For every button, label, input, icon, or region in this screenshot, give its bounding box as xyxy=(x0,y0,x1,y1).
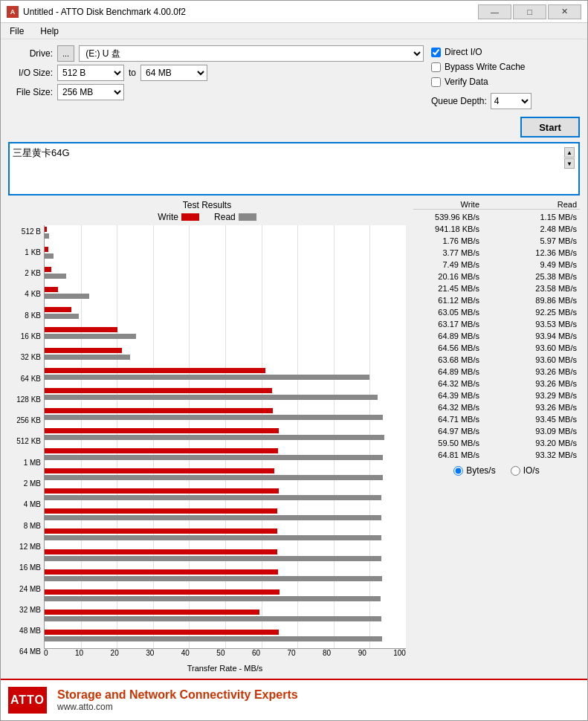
bar-row xyxy=(45,326,406,346)
read-value: 93.45 MB/s xyxy=(514,415,577,424)
bar-row xyxy=(45,487,406,507)
verify-data-checkbox[interactable] xyxy=(431,77,441,87)
drive-select[interactable]: (E:) U 盘 xyxy=(79,45,424,62)
atto-logo: ATTO xyxy=(8,687,47,714)
bypass-write-cache-row: Bypass Write Cache xyxy=(431,62,580,72)
write-bar xyxy=(45,508,277,514)
read-bar xyxy=(45,415,383,420)
title-bar-left: A Untitled - ATTO Disk Benchmark 4.00.0f… xyxy=(7,6,186,18)
close-button[interactable]: ✕ xyxy=(548,4,581,19)
write-legend-color xyxy=(181,213,199,221)
bar-row xyxy=(45,548,406,568)
queue-depth-select[interactable]: 4 xyxy=(491,93,532,109)
table-row: 941.18 KB/s2.48 MB/s xyxy=(413,223,580,235)
write-bar xyxy=(45,408,273,413)
read-bar xyxy=(45,334,136,339)
io-per-second-label[interactable]: IO/s xyxy=(511,465,540,476)
chart-legend: Write Read xyxy=(8,212,406,222)
read-value: 93.53 MB/s xyxy=(514,320,577,329)
file-size-select[interactable]: 256 MB xyxy=(57,84,124,100)
window-controls: — □ ✕ xyxy=(478,4,581,19)
y-axis-labels: 512 B1 KB2 KB4 KB8 KB16 KB32 KB64 KB128 … xyxy=(8,225,44,673)
table-row: 64.89 MB/s93.26 MB/s xyxy=(413,366,580,378)
x-axis-label: 50 xyxy=(216,649,224,657)
menu-help[interactable]: Help xyxy=(36,25,63,38)
direct-io-row: Direct I/O xyxy=(431,47,580,57)
write-bar xyxy=(45,348,122,353)
x-axis-label: 90 xyxy=(358,649,366,657)
bypass-write-cache-checkbox[interactable] xyxy=(431,62,441,72)
write-value: 64.97 MB/s xyxy=(416,427,479,436)
footer-url: www.atto.com xyxy=(57,702,298,712)
chart-title: Test Results xyxy=(8,200,406,210)
drive-browse-button[interactable]: ... xyxy=(57,45,74,62)
write-bar xyxy=(45,610,259,615)
io-size-to-select[interactable]: 64 MB xyxy=(140,65,207,81)
read-value: 93.26 MB/s xyxy=(514,379,577,388)
y-axis-label: 12 MB xyxy=(8,540,44,552)
write-value: 61.12 MB/s xyxy=(416,296,479,305)
bytes-per-second-label[interactable]: Bytes/s xyxy=(453,465,495,476)
table-row: 64.89 MB/s93.94 MB/s xyxy=(413,330,580,342)
write-bar xyxy=(45,307,71,312)
bar-row xyxy=(45,447,406,467)
io-per-second-text: IO/s xyxy=(523,465,540,476)
read-bar xyxy=(45,355,130,360)
bar-row xyxy=(45,467,406,487)
direct-io-checkbox[interactable] xyxy=(431,48,441,57)
notes-area[interactable]: 三星黄卡64G ▲ ▼ xyxy=(8,142,580,195)
bar-row xyxy=(45,366,406,387)
io-size-label: I/O Size: xyxy=(8,68,53,78)
bypass-write-cache-label[interactable]: Bypass Write Cache xyxy=(445,62,526,72)
table-row: 59.50 MB/s93.20 MB/s xyxy=(413,437,580,449)
read-legend-label: Read xyxy=(214,212,236,222)
bar-row xyxy=(45,245,406,265)
chart-section: Test Results Write Read 512 B1 KB2 KB4 K… xyxy=(8,200,580,673)
file-size-row: File Size: 256 MB xyxy=(8,84,424,100)
drive-row: Drive: ... (E:) U 盘 xyxy=(8,45,424,62)
notes-text: 三星黄卡64G xyxy=(13,146,563,160)
direct-io-label[interactable]: Direct I/O xyxy=(445,47,482,57)
write-bar xyxy=(45,327,117,332)
title-bar: A Untitled - ATTO Disk Benchmark 4.00.0f… xyxy=(1,1,587,23)
x-axis-label: 100 xyxy=(393,649,406,657)
queue-depth-label: Queue Depth: xyxy=(431,96,487,106)
read-value: 93.20 MB/s xyxy=(514,439,577,447)
notes-scrollbar: ▲ ▼ xyxy=(563,146,575,169)
verify-data-label[interactable]: Verify Data xyxy=(445,77,488,87)
menu-file[interactable]: File xyxy=(5,25,28,38)
bytes-per-second-radio[interactable] xyxy=(453,466,463,476)
write-value: 64.56 MB/s xyxy=(416,343,479,352)
bar-row xyxy=(45,387,406,407)
read-value: 23.58 MB/s xyxy=(514,284,577,293)
write-value: 59.50 MB/s xyxy=(416,439,479,447)
write-value: 64.81 MB/s xyxy=(416,450,479,459)
read-value: 93.94 MB/s xyxy=(514,332,577,340)
scroll-down-arrow[interactable]: ▼ xyxy=(564,158,575,169)
write-bar xyxy=(45,368,265,373)
y-axis-label: 8 KB xyxy=(8,309,44,321)
read-bar xyxy=(45,535,381,540)
y-axis-label: 512 B xyxy=(8,225,44,237)
io-size-from-select[interactable]: 512 B xyxy=(57,65,124,81)
write-legend-label: Write xyxy=(158,212,178,222)
table-row: 3.77 MB/s12.36 MB/s xyxy=(413,247,580,259)
y-axis-label: 128 KB xyxy=(8,393,44,405)
write-bar xyxy=(45,468,274,473)
start-button[interactable]: Start xyxy=(520,117,580,138)
read-bar xyxy=(45,274,66,279)
table-row: 63.68 MB/s93.60 MB/s xyxy=(413,354,580,366)
io-per-second-radio[interactable] xyxy=(511,466,520,476)
write-bar xyxy=(45,589,280,595)
table-row: 61.12 MB/s89.86 MB/s xyxy=(413,294,580,306)
window-title: Untitled - ATTO Disk Benchmark 4.00.0f2 xyxy=(23,7,186,17)
scroll-up-arrow[interactable]: ▲ xyxy=(564,147,575,158)
bar-row xyxy=(45,608,406,628)
read-bar xyxy=(45,596,381,601)
maximize-button[interactable]: □ xyxy=(513,4,546,19)
write-value: 64.32 MB/s xyxy=(416,379,479,388)
minimize-button[interactable]: — xyxy=(478,4,511,19)
write-value: 63.05 MB/s xyxy=(416,308,479,317)
write-bar xyxy=(45,388,272,393)
table-row: 539.96 KB/s1.15 MB/s xyxy=(413,211,580,223)
